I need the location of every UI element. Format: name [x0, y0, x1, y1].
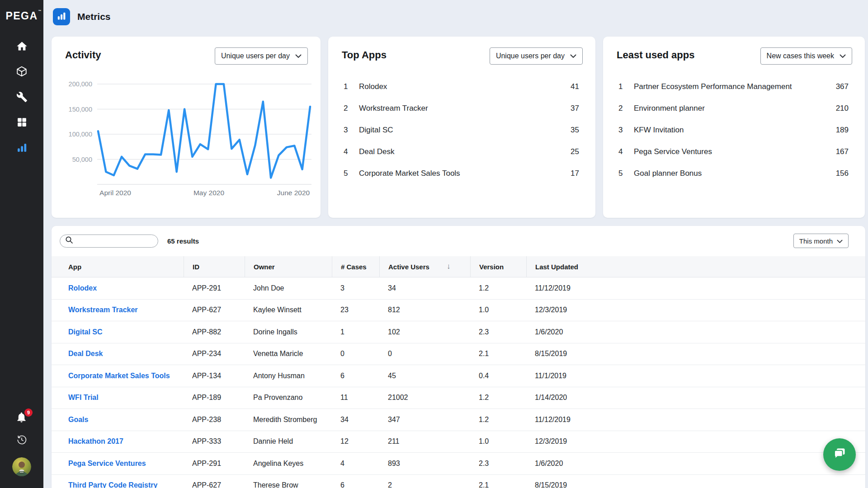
cell-cases: 6 — [332, 481, 379, 488]
cell-owner: John Doe — [245, 284, 332, 292]
app-link[interactable]: Digital SC — [68, 328, 103, 336]
cell-id: APP-291 — [184, 284, 245, 292]
app-link[interactable]: Corporate Market Sales Tools — [68, 372, 170, 380]
column-header-owner[interactable]: Owner — [245, 256, 332, 277]
chevron-down-icon — [837, 237, 843, 245]
cell-cases: 34 — [332, 416, 379, 424]
apps-table-section: 65 results This month App ID Owner # Cas… — [52, 226, 865, 488]
app-link[interactable]: Rolodex — [68, 284, 97, 292]
notifications-button[interactable]: 9 — [15, 411, 28, 424]
cell-active-users: 102 — [379, 328, 470, 336]
rank-number: 2 — [618, 104, 630, 113]
cell-version: 2.3 — [470, 460, 526, 468]
app-name: Deal Desk — [355, 147, 566, 156]
app-link[interactable]: WFI Trial — [68, 394, 99, 401]
cell-cases: 12 — [332, 437, 379, 446]
sidebar-item-apps[interactable] — [15, 116, 28, 130]
column-header-app[interactable]: App — [52, 256, 184, 277]
activity-chart: 50,000100,000150,000200,000April 2020May… — [52, 75, 321, 206]
svg-text:April 2020: April 2020 — [99, 189, 131, 197]
column-header-cases[interactable]: # Cases — [332, 256, 379, 277]
top-apps-metric-dropdown[interactable]: Unique users per day — [490, 47, 583, 65]
svg-text:100,000: 100,000 — [69, 131, 92, 138]
cell-owner: Dorine Ingalls — [245, 328, 332, 336]
cell-owner: Kaylee Winsett — [245, 306, 332, 314]
app-metric-value: 35 — [566, 126, 579, 135]
chat-button[interactable] — [823, 438, 856, 471]
app-link[interactable]: Goals — [68, 416, 88, 423]
sidebar-item-modules[interactable] — [15, 66, 28, 79]
app-link[interactable]: Deal Desk — [68, 350, 103, 357]
table-row: Workstream Tracker APP-627 Kaylee Winset… — [52, 300, 865, 322]
svg-text:150,000: 150,000 — [69, 106, 92, 113]
list-item: 1 Partner Ecosystem Performance Manageme… — [618, 76, 849, 98]
bell-icon — [15, 417, 28, 425]
app-metric-value: 37 — [566, 104, 579, 113]
cell-last-updated: 8/15/2019 — [526, 350, 865, 358]
rank-number: 2 — [344, 104, 355, 113]
app-link[interactable]: Hackathon 2017 — [68, 437, 123, 445]
cell-id: APP-234 — [184, 350, 245, 358]
column-header-last-updated[interactable]: Last Updated — [526, 256, 865, 277]
app-name: Partner Ecosystem Performance Management — [630, 82, 831, 91]
history-button[interactable] — [15, 434, 28, 447]
least-used-metric-dropdown[interactable]: New cases this week — [760, 47, 852, 65]
rank-number: 1 — [618, 82, 630, 91]
list-item: 5 Corporate Market Sales Tools 17 — [344, 163, 579, 184]
app-name: Corporate Market Sales Tools — [355, 169, 566, 178]
table-row: Rolodex APP-291 John Doe 3 34 1.2 11/12/… — [52, 277, 865, 300]
app-metric-value: 41 — [566, 82, 579, 91]
sidebar-bottom: 9 — [12, 411, 31, 476]
top-apps-dropdown-value: Unique users per day — [496, 52, 565, 60]
column-header-version[interactable]: Version — [470, 256, 526, 277]
chevron-down-icon — [840, 52, 846, 60]
cell-version: 1.0 — [470, 306, 526, 314]
cell-owner: Dannie Held — [245, 437, 332, 446]
search-input[interactable] — [77, 237, 153, 244]
cell-last-updated: 8/15/2019 — [526, 481, 865, 488]
sidebar-item-metrics[interactable] — [15, 141, 28, 155]
cell-cases: 1 — [332, 328, 379, 336]
cell-last-updated: 1/6/2020 — [526, 460, 865, 468]
cell-owner: Antony Husman — [245, 372, 332, 380]
user-avatar[interactable] — [12, 457, 31, 476]
rank-number: 3 — [344, 126, 355, 135]
cell-app: Third Party Code Registry — [52, 481, 184, 488]
column-header-active-users[interactable]: Active Users ↓ — [379, 256, 470, 277]
app-link[interactable]: Pega Service Ventures — [68, 460, 146, 467]
results-count: 65 results — [167, 237, 199, 245]
app-link[interactable]: Workstream Tracker — [68, 306, 138, 314]
list-item: 2 Environment planner 210 — [618, 98, 849, 119]
table-row: Pega Service Ventures APP-291 Angelina K… — [52, 453, 865, 475]
app-metric-value: 167 — [831, 147, 849, 156]
app-metric-value: 156 — [831, 169, 849, 178]
cell-version: 1.0 — [470, 437, 526, 446]
activity-metric-dropdown[interactable]: Unique users per day — [215, 47, 308, 65]
trademark-mark: ™ — [38, 9, 42, 13]
rank-number: 3 — [618, 126, 630, 135]
sidebar-item-tools[interactable] — [15, 91, 28, 104]
sidebar: PEGA™ — [0, 0, 43, 488]
sort-descending-icon[interactable]: ↓ — [447, 262, 451, 271]
cell-last-updated: 1/6/2020 — [526, 328, 865, 336]
pega-logo: PEGA™ — [5, 10, 38, 22]
cell-cases: 11 — [332, 394, 379, 402]
app-name: Rolodex — [355, 82, 566, 91]
app-link[interactable]: Third Party Code Registry — [68, 481, 157, 488]
least-used-dropdown-value: New cases this week — [767, 52, 834, 60]
cell-id: APP-291 — [184, 460, 245, 468]
column-header-id[interactable]: ID — [184, 256, 245, 277]
cell-active-users: 2 — [379, 481, 470, 488]
sidebar-item-home[interactable] — [15, 40, 28, 54]
top-apps-card: Top Apps Unique users per day 1 Rolodex … — [328, 37, 595, 218]
list-item: 5 Goal planner Bonus 156 — [618, 163, 849, 184]
table-row: Goals APP-238 Meredith Stromberg 34 347 … — [52, 409, 865, 431]
cell-last-updated: 11/12/2019 — [526, 416, 865, 424]
least-used-apps-card: Least used apps New cases this week 1 Pa… — [603, 37, 865, 218]
least-used-list: 1 Partner Ecosystem Performance Manageme… — [603, 76, 865, 184]
svg-text:50,000: 50,000 — [72, 156, 92, 163]
list-item: 4 Deal Desk 25 — [344, 141, 579, 163]
cell-owner: Angelina Keyes — [245, 460, 332, 468]
time-filter-dropdown[interactable]: This month — [793, 234, 849, 248]
table-row: Digital SC APP-882 Dorine Ingalls 1 102 … — [52, 321, 865, 343]
